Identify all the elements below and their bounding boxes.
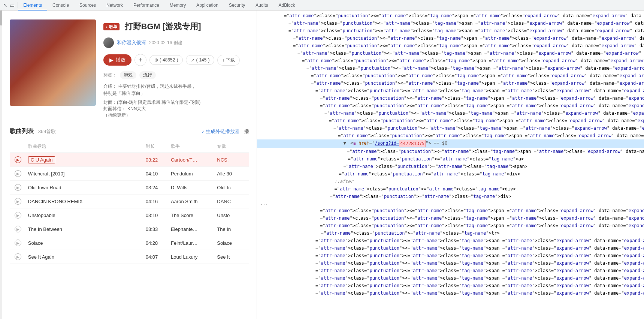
html-line[interactable]: ="attr-name">class="punctuation"><="attr…: [257, 19, 644, 27]
cover-credit-2: 封面韩信：-KNN大大: [103, 106, 249, 112]
tab-security[interactable]: Security: [224, 0, 250, 10]
collect-all-button[interactable]: 播: [244, 128, 249, 135]
html-line[interactable]: ▼ <a href="/song?id=447281375"> == $0: [257, 139, 644, 148]
song-row[interactable]: ▶C U Again03:22Cartoon/F…NCS:: [10, 153, 249, 167]
html-line[interactable]: ="attr-name">class="punctuation"><="attr…: [257, 64, 644, 72]
play-circle[interactable]: ▶: [15, 240, 21, 246]
html-line[interactable]: ="attr-name">class="punctuation"><="attr…: [257, 57, 644, 64]
play-circle-active[interactable]: ▶: [15, 156, 21, 163]
device-icon[interactable]: ▭: [10, 2, 15, 8]
song-album-cell: Unsto: [215, 208, 249, 222]
html-line[interactable]: ="attr-name">class="punctuation">="attr-…: [257, 163, 644, 170]
pointer-icon[interactable]: ↖: [3, 2, 7, 8]
html-line[interactable]: ="attr-name">class="punctuation"><="attr…: [257, 117, 644, 124]
song-title[interactable]: See It Again: [28, 254, 54, 260]
html-line[interactable]: ="attr-name">class="punctuation"><="attr…: [257, 102, 644, 109]
add-button[interactable]: +: [134, 54, 146, 66]
expand-arrow[interactable]: ▼: [342, 140, 347, 147]
song-row[interactable]: ▶DANCIN KRONO REMIX04:16Aaron SmithDANC: [10, 195, 249, 208]
generate-link-button[interactable]: ♪ 生成外链播放器: [202, 128, 240, 135]
play-circle[interactable]: ▶: [15, 198, 21, 205]
tab-console[interactable]: Console: [47, 0, 74, 10]
html-line[interactable]: ::after: [257, 178, 644, 185]
song-title[interactable]: Unstoppable: [28, 213, 55, 218]
song-duration-cell: 04:10: [144, 167, 169, 181]
line-content: ="attr-name">class="punctuation"><="attr…: [311, 72, 644, 79]
song-row[interactable]: ▶See It Again04:07Loud LuxurySee It: [10, 250, 249, 264]
song-row[interactable]: ▶Unstoppable03:10The ScoreUnsto: [10, 208, 249, 222]
html-line[interactable]: ="attr-name">class="punctuation"><="attr…: [257, 244, 644, 252]
tag-name: a: [353, 140, 356, 147]
html-line[interactable]: ="attr-name">class="punctuation"><="attr…: [257, 79, 644, 87]
html-line[interactable]: ="attr-name">class="punctuation"><="attr…: [257, 49, 644, 57]
html-line[interactable]: ="attr-name">class="punctuation"><="attr…: [257, 207, 644, 214]
html-line[interactable]: ="attr-name">class="punctuation"><="attr…: [257, 87, 644, 94]
html-line[interactable]: ="attr-name">class="punctuation"><="attr…: [257, 12, 644, 19]
play-circle[interactable]: ▶: [15, 253, 21, 260]
song-num-cell: ▶: [10, 167, 27, 181]
line-content: ="attr-name">class="punctuation"><="attr…: [320, 215, 644, 222]
html-line[interactable]: ="attr-name">class="punctuation">="attr-…: [257, 193, 644, 200]
song-title[interactable]: DANCIN KRONO REMIX: [28, 199, 83, 204]
html-line[interactable]: ="attr-name">class="punctuation"><="attr…: [257, 289, 644, 297]
html-line[interactable]: ="attr-name">class="punctuation"><="attr…: [257, 42, 644, 49]
song-title[interactable]: Witchcraft [2010]: [28, 171, 65, 177]
play-circle[interactable]: ▶: [15, 212, 21, 219]
tab-sources[interactable]: Sources: [74, 0, 101, 10]
line-content: ="attr-name">class="punctuation"><="attr…: [293, 35, 644, 42]
html-line[interactable]: ="attr-name">class="punctuation"><="attr…: [257, 34, 644, 42]
song-row[interactable]: ▶Solace04:28Feint/Laur…Solace: [10, 236, 249, 250]
song-row[interactable]: ▶Witchcraft [2010]04:10PendulumAlle 30: [10, 167, 249, 181]
share-button[interactable]: ↗ (145): [186, 55, 214, 65]
play-circle[interactable]: ▶: [15, 184, 21, 191]
html-line[interactable]: ="attr-name">class="punctuation"><="attr…: [257, 27, 644, 34]
html-line[interactable]: ="attr-name">class="punctuation"><="attr…: [257, 94, 644, 102]
html-line[interactable]: ="attr-name">class="punctuation"><="attr…: [257, 282, 644, 289]
tab-performance[interactable]: Performance: [128, 0, 164, 10]
tab-memory[interactable]: Memory: [164, 0, 191, 10]
col-duration: 时长: [144, 140, 169, 153]
html-line[interactable]: ="attr-name">class="punctuation"><="attr…: [257, 148, 644, 155]
html-line[interactable]: ="attr-name">class="punctuation">="attr-…: [257, 185, 644, 193]
download-button[interactable]: ↓ 下载: [217, 55, 240, 66]
song-title[interactable]: The In Between: [28, 226, 62, 232]
tag-pop[interactable]: 流行: [139, 71, 156, 79]
html-line[interactable]: ="attr-name">class="punctuation"><="attr…: [257, 237, 644, 244]
html-line[interactable]: ="attr-name">class="punctuation"><="attr…: [257, 259, 644, 267]
collect-button[interactable]: ⊕ (48652): [149, 55, 183, 65]
html-line[interactable]: ="attr-name">class="punctuation"><="attr…: [257, 72, 644, 79]
html-line[interactable]: ="attr-name">class="punctuation"><="attr…: [257, 109, 644, 117]
html-line[interactable]: ="attr-name">class="punctuation"><="attr…: [257, 124, 644, 132]
song-title[interactable]: Solace: [28, 240, 43, 246]
html-line[interactable]: ="attr-name">class="punctuation"><="attr…: [257, 274, 644, 282]
html-line[interactable]: ="attr-name">class="punctuation"><="attr…: [257, 222, 644, 229]
tag-game[interactable]: 游戏: [120, 71, 136, 79]
tab-application[interactable]: Application: [191, 0, 224, 10]
html-line[interactable]: ="attr-name">class="punctuation"><="attr…: [257, 214, 644, 222]
html-line[interactable]: ="attr-name">class="punctuation"><="attr…: [257, 132, 644, 139]
song-row[interactable]: ▶Old Town Road03:24D. WillsOld Tc: [10, 181, 249, 195]
play-button[interactable]: ▶ 播放: [103, 54, 131, 66]
html-line[interactable]: ="attr-name">class="punctuation"><="attr…: [257, 267, 644, 274]
html-line[interactable]: ="attr-name">class="punctuation">="attr-…: [257, 155, 644, 163]
song-title[interactable]: Old Town Road: [28, 185, 61, 190]
share-icon: ↗: [191, 57, 194, 63]
tab-adblock[interactable]: AdBlock: [273, 0, 300, 10]
play-circle[interactable]: ▶: [15, 226, 21, 232]
play-circle[interactable]: ▶: [15, 170, 21, 177]
html-line[interactable]: ="attr-name">class="punctuation">="attr-…: [257, 229, 644, 237]
line-content: ="attr-name">class="punctuation"><="attr…: [302, 57, 644, 64]
tab-audits[interactable]: Audits: [250, 0, 273, 10]
song-title-highlighted[interactable]: C U Again: [28, 156, 55, 163]
html-line[interactable]: ="attr-name">class="punctuation">="attr-…: [257, 170, 644, 178]
html-line[interactable]: ="attr-name">class="punctuation"><="attr…: [257, 252, 644, 259]
tab-network[interactable]: Network: [101, 0, 128, 10]
song-row[interactable]: ▶The In Between03:33Elephante…The In: [10, 222, 249, 236]
left-scrollbar[interactable]: [0, 10, 2, 319]
html-dots: ...: [257, 200, 644, 207]
tab-elements[interactable]: Elements: [18, 0, 47, 10]
col-num: [10, 140, 27, 153]
song-album-cell: Solace: [215, 236, 249, 250]
creator-name[interactable]: 和你漫入银河: [117, 39, 146, 46]
song-title-cell: DANCIN KRONO REMIX: [27, 195, 144, 208]
